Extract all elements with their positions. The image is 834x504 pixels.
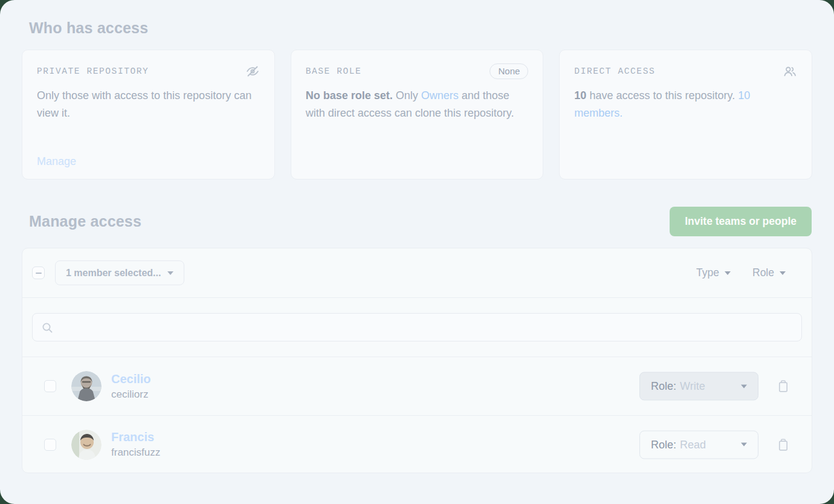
owners-link[interactable]: Owners	[421, 89, 459, 102]
avatar[interactable]	[71, 371, 102, 401]
avatar[interactable]	[71, 430, 102, 460]
member-name-link[interactable]: Cecilio	[111, 372, 151, 386]
repo-access-settings-page: Who has access PRIVATE REPOSITORY Only t…	[0, 0, 834, 504]
chevron-down-icon	[741, 443, 747, 447]
base-role-card: BASE ROLE None No base role set. Only Ow…	[291, 50, 544, 179]
member-checkbox[interactable]	[44, 439, 56, 451]
trash-icon	[777, 438, 790, 452]
chevron-down-icon	[167, 271, 173, 275]
table-toolbar: 1 member selected... Type Role	[22, 248, 812, 298]
chevron-down-icon	[741, 384, 747, 388]
member-username: ceciliorz	[111, 389, 151, 401]
members-selected-dropdown[interactable]: 1 member selected...	[55, 260, 184, 285]
member-search-input[interactable]	[33, 314, 801, 341]
base-role-label: BASE ROLE	[306, 66, 362, 76]
member-info: Cecilio ceciliorz	[111, 372, 151, 401]
card-head: BASE ROLE None	[306, 62, 529, 80]
direct-access-description: 10 have access to this repository. 10 me…	[574, 87, 797, 121]
direct-access-card: DIRECT ACCESS 10 have access to this rep…	[559, 50, 812, 179]
member-checkbox[interactable]	[44, 380, 56, 392]
select-all-checkbox[interactable]	[32, 267, 45, 279]
card-head: PRIVATE REPOSITORY	[37, 62, 260, 80]
invite-teams-or-people-button[interactable]: Invite teams or people	[670, 207, 812, 236]
remove-member-button[interactable]	[777, 438, 790, 452]
indeterminate-minus-icon	[36, 273, 42, 274]
role-value: Write	[680, 380, 705, 392]
role-prefix: Role:	[651, 380, 676, 392]
card-text: Only	[393, 89, 421, 102]
card-text: have access to this repository.	[586, 89, 738, 102]
role-filter-label: Role	[752, 267, 774, 279]
who-has-access-title: Who has access	[29, 19, 148, 37]
base-role-badge: None	[490, 63, 528, 79]
card-text: Only those with access to this repositor…	[37, 89, 251, 119]
role-dropdown-button[interactable]: Role:Read	[639, 430, 758, 459]
manage-access-header: Manage access Invite teams or people	[29, 207, 812, 236]
manage-access-title: Manage access	[29, 213, 141, 230]
search-box	[32, 313, 802, 341]
card-head: DIRECT ACCESS	[574, 62, 797, 80]
eye-slash-icon	[245, 64, 260, 79]
role-dropdown-button[interactable]: Role:Write	[639, 372, 758, 401]
role-prefix: Role:	[651, 438, 676, 450]
manage-link[interactable]: Manage	[37, 155, 76, 168]
member-info: Francis francisfuzz	[111, 430, 160, 459]
card-text-bold: 10	[574, 89, 586, 102]
member-username: francisfuzz	[111, 447, 160, 459]
trash-icon	[777, 379, 790, 393]
private-repository-card: PRIVATE REPOSITORY Only those with acces…	[22, 50, 275, 179]
role-value: Read	[680, 438, 706, 450]
direct-access-label: DIRECT ACCESS	[574, 66, 655, 76]
type-filter-dropdown[interactable]: Type	[696, 267, 731, 279]
card-text-bold: No base role set.	[306, 89, 393, 102]
chevron-down-icon	[725, 271, 731, 275]
members-table: 1 member selected... Type Role	[22, 248, 812, 473]
members-selected-label: 1 member selected...	[66, 268, 161, 279]
member-name-link[interactable]: Francis	[111, 430, 160, 444]
role-button-text: Role:Read	[651, 438, 706, 451]
type-filter-label: Type	[696, 267, 719, 279]
member-row: Francis francisfuzz Role:Read	[22, 415, 812, 473]
private-repository-description: Only those with access to this repositor…	[37, 87, 260, 121]
private-repository-label: PRIVATE REPOSITORY	[37, 66, 149, 76]
search-section	[22, 298, 812, 357]
member-row: Cecilio ceciliorz Role:Write	[22, 357, 812, 415]
chevron-down-icon	[780, 271, 786, 275]
people-icon	[783, 64, 797, 79]
role-button-text: Role:Write	[651, 380, 705, 393]
role-filter-dropdown[interactable]: Role	[752, 267, 786, 279]
access-summary-cards: PRIVATE REPOSITORY Only those with acces…	[22, 50, 812, 179]
remove-member-button[interactable]	[777, 379, 790, 393]
base-role-description: No base role set. Only Owners and those …	[306, 87, 529, 121]
